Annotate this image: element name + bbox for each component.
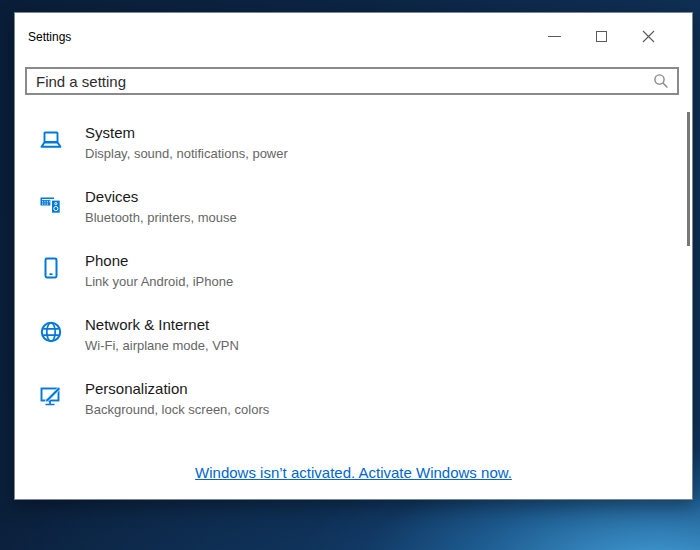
desktop-wallpaper: Settings xyxy=(0,0,700,550)
vertical-scrollbar[interactable] xyxy=(687,112,690,246)
category-title: Network & Internet xyxy=(85,315,239,335)
category-title: Devices xyxy=(85,187,237,207)
category-text: Phone Link your Android, iPhone xyxy=(85,251,233,290)
category-text: Devices Bluetooth, printers, mouse xyxy=(85,187,237,226)
devices-icon xyxy=(39,192,63,216)
title-bar[interactable]: Settings xyxy=(15,13,692,59)
window-title: Settings xyxy=(28,30,71,44)
settings-window: Settings xyxy=(14,12,693,500)
category-text: Personalization Background, lock screen,… xyxy=(85,379,269,418)
category-network[interactable]: Network & Internet Wi-Fi, airplane mode,… xyxy=(25,315,662,355)
category-devices[interactable]: Devices Bluetooth, printers, mouse xyxy=(25,187,662,227)
maximize-icon xyxy=(596,31,607,42)
personalization-icon xyxy=(39,384,63,408)
search-input[interactable] xyxy=(27,73,653,90)
laptop-icon xyxy=(39,128,63,152)
category-subtitle: Background, lock screen, colors xyxy=(85,401,269,418)
close-button[interactable] xyxy=(625,20,672,52)
category-subtitle: Link your Android, iPhone xyxy=(85,273,233,290)
close-icon xyxy=(642,30,655,43)
category-subtitle: Bluetooth, printers, mouse xyxy=(85,209,237,226)
search-icon[interactable] xyxy=(653,73,669,89)
category-text: System Display, sound, notifications, po… xyxy=(85,123,288,162)
phone-icon xyxy=(39,256,63,280)
caption-buttons xyxy=(531,20,672,52)
activation-notice: Windows isn’t activated. Activate Window… xyxy=(15,464,692,482)
maximize-button[interactable] xyxy=(578,20,625,52)
category-subtitle: Wi-Fi, airplane mode, VPN xyxy=(85,337,239,354)
settings-category-list: System Display, sound, notifications, po… xyxy=(25,123,662,443)
category-title: Phone xyxy=(85,251,233,271)
category-subtitle: Display, sound, notifications, power xyxy=(85,145,288,162)
globe-icon xyxy=(39,320,63,344)
search-box xyxy=(25,67,679,95)
minimize-icon xyxy=(548,36,561,37)
category-personalization[interactable]: Personalization Background, lock screen,… xyxy=(25,379,662,419)
category-phone[interactable]: Phone Link your Android, iPhone xyxy=(25,251,662,291)
category-system[interactable]: System Display, sound, notifications, po… xyxy=(25,123,662,163)
category-title: System xyxy=(85,123,288,143)
category-title: Personalization xyxy=(85,379,269,399)
category-text: Network & Internet Wi-Fi, airplane mode,… xyxy=(85,315,239,354)
activate-windows-link[interactable]: Windows isn’t activated. Activate Window… xyxy=(195,464,512,481)
minimize-button[interactable] xyxy=(531,20,578,52)
